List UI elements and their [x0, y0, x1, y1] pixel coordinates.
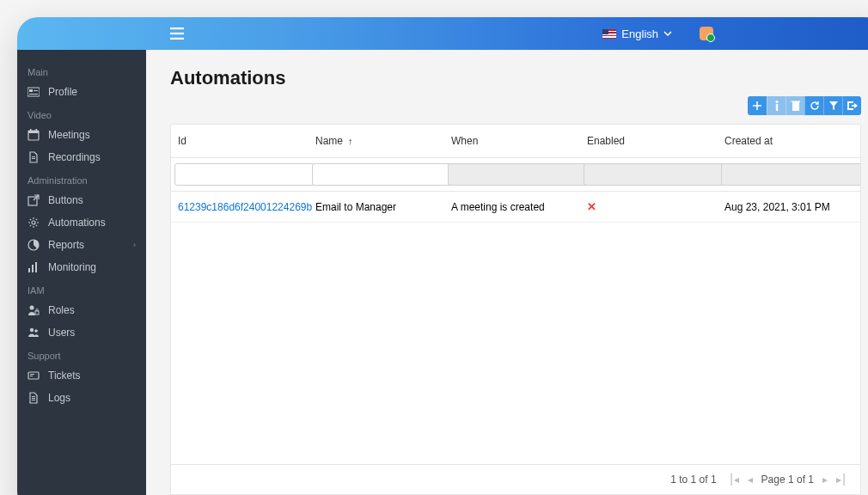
sidebar-item-recordings[interactable]: Recordings [17, 146, 146, 168]
svg-rect-25 [30, 376, 33, 376]
lock-user-icon [28, 304, 40, 316]
info-button[interactable] [767, 96, 785, 115]
content: Automations Id Name↑ When Enabled [146, 50, 868, 495]
svg-rect-32 [792, 101, 800, 103]
sort-ascending-icon: ↑ [348, 136, 353, 146]
sidebar-section-label: Support [17, 347, 146, 364]
automations-table: Id Name↑ When Enabled Created at ▼ ▼ ▼ ▼… [170, 124, 861, 495]
sidebar-item-reports[interactable]: Reports› [17, 234, 146, 256]
next-page-button[interactable]: ▸ [822, 474, 828, 486]
svg-rect-17 [32, 265, 34, 272]
svg-rect-0 [170, 28, 184, 29]
row-when: A meeting is created [451, 201, 545, 213]
chevron-right-icon: › [133, 241, 136, 249]
sidebar-item-automations[interactable]: Automations [17, 211, 146, 234]
hamburger-menu-button[interactable] [170, 28, 184, 40]
pager: ⎮◂ ◂ Page 1 of 1 ▸ ▸⎮ [729, 474, 847, 486]
refresh-button[interactable] [804, 96, 823, 115]
svg-rect-1 [170, 33, 184, 34]
pagination-range: 1 to 1 of 1 [670, 474, 716, 486]
sidebar-item-meetings[interactable]: Meetings [17, 124, 146, 146]
svg-rect-12 [32, 158, 35, 159]
sidebar-item-users[interactable]: Users [17, 321, 146, 344]
filter-button[interactable] [823, 96, 842, 115]
svg-rect-16 [28, 268, 30, 272]
svg-rect-20 [35, 311, 39, 315]
sidebar-section-label: Video [17, 107, 146, 124]
plus-icon [753, 101, 761, 110]
chart-icon [28, 239, 40, 251]
add-button[interactable] [748, 96, 767, 115]
sidebar-item-label: Buttons [48, 194, 83, 206]
sidebar-item-monitoring[interactable]: Monitoring [17, 256, 146, 278]
svg-rect-9 [30, 129, 32, 131]
table-footer: 1 to 1 of 1 ⎮◂ ◂ Page 1 of 1 ▸ ▸⎮ [171, 464, 860, 494]
disabled-x-icon: ✕ [587, 200, 596, 213]
sidebar-item-logs[interactable]: Logs [17, 387, 146, 409]
sidebar-item-label: Roles [48, 304, 75, 316]
last-page-button[interactable]: ▸⎮ [836, 474, 847, 486]
calendar-icon [28, 129, 40, 141]
sidebar-item-tickets[interactable]: Tickets [17, 364, 146, 387]
bars-icon [28, 261, 40, 273]
main-area: MainProfileVideoMeetingsRecordingsAdmini… [17, 50, 868, 495]
table-header-row: Id Name↑ When Enabled Created at [171, 125, 860, 158]
export-button[interactable] [842, 96, 861, 115]
filter-input-name[interactable] [312, 163, 453, 186]
svg-rect-18 [35, 262, 37, 272]
table-row[interactable]: 61239c186d6f24001224269b Email to Manage… [171, 192, 860, 223]
first-page-button[interactable]: ⎮◂ [729, 474, 739, 486]
export-icon [847, 101, 858, 110]
trash-icon [792, 101, 800, 111]
svg-rect-10 [36, 129, 38, 131]
file-icon [28, 151, 40, 163]
prev-page-button[interactable]: ◂ [748, 474, 753, 486]
users-icon [28, 327, 40, 339]
svg-rect-5 [34, 90, 38, 91]
sidebar-item-roles[interactable]: Roles [17, 299, 146, 321]
svg-rect-11 [32, 156, 35, 157]
svg-rect-24 [30, 374, 34, 375]
svg-rect-2 [170, 38, 184, 40]
svg-rect-6 [29, 94, 38, 95]
row-id-link[interactable]: 61239c186d6f24001224269b [178, 201, 312, 213]
svg-rect-31 [792, 102, 799, 111]
hamburger-icon [170, 28, 184, 40]
column-header-name[interactable]: Name↑ [309, 125, 444, 157]
filter-input-created [721, 163, 861, 186]
sidebar-item-label: Recordings [48, 151, 101, 163]
sidebar: MainProfileVideoMeetingsRecordingsAdmini… [17, 50, 146, 495]
sidebar-item-buttons[interactable]: Buttons [17, 189, 146, 211]
svg-point-22 [34, 329, 38, 333]
filter-input-id[interactable] [174, 163, 315, 186]
filter-input-when [448, 163, 589, 186]
language-selector[interactable]: English [602, 28, 672, 40]
user-avatar[interactable] [700, 27, 713, 40]
page-title: Automations [170, 67, 861, 89]
svg-rect-30 [775, 104, 777, 111]
sidebar-item-label: Meetings [48, 129, 90, 141]
sidebar-item-profile[interactable]: Profile [17, 81, 146, 103]
sidebar-section-label: IAM [17, 282, 146, 299]
us-flag-icon [602, 29, 616, 39]
svg-rect-28 [32, 400, 35, 400]
svg-rect-8 [28, 131, 39, 133]
svg-point-14 [32, 221, 35, 224]
column-header-id[interactable]: Id [171, 125, 309, 157]
svg-point-29 [775, 101, 778, 103]
column-header-when[interactable]: When [444, 125, 580, 157]
row-name: Email to Manager [315, 201, 396, 213]
sidebar-item-label: Logs [48, 392, 70, 404]
filter-icon [829, 101, 838, 110]
refresh-icon [810, 101, 820, 111]
column-header-enabled[interactable]: Enabled [580, 125, 718, 157]
ticket-icon [28, 370, 40, 382]
svg-rect-26 [32, 396, 35, 397]
card-icon [28, 86, 40, 98]
sidebar-item-label: Reports [48, 239, 84, 251]
column-header-created[interactable]: Created at [718, 125, 860, 157]
page-indicator: Page 1 of 1 [761, 474, 814, 486]
svg-rect-4 [29, 89, 33, 92]
language-label: English [621, 28, 658, 40]
delete-button[interactable] [785, 96, 804, 115]
